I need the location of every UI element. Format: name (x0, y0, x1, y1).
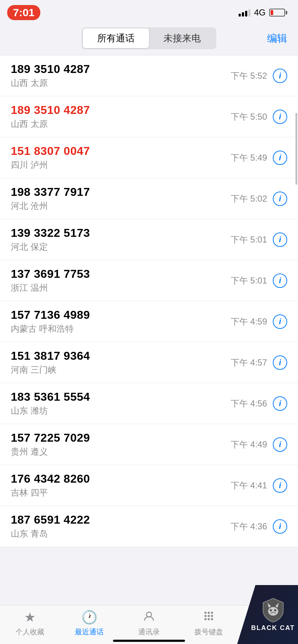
edit-button[interactable]: 编辑 (267, 32, 287, 45)
call-location-6: 内蒙古 呼和浩特 (11, 323, 231, 335)
call-item-9[interactable]: 157 7225 7029 贵州 遵义 下午 4:49 i (0, 424, 298, 465)
header: 所有通话 未接来电 编辑 (0, 24, 298, 55)
call-list: 189 3510 4287 山西 太原 下午 5:52 i 189 3510 4… (0, 55, 298, 547)
call-number-5: 137 3691 7753 (11, 267, 231, 281)
call-time-5: 下午 5:01 (231, 275, 267, 286)
call-item-7[interactable]: 151 3817 9364 河南 三门峡 下午 4:57 i (0, 342, 298, 383)
info-button-9[interactable]: i (273, 437, 287, 452)
call-location-5: 浙江 温州 (11, 282, 231, 294)
call-item-3[interactable]: 198 3377 7917 河北 沧州 下午 5:02 i (0, 178, 298, 219)
info-button-6[interactable]: i (273, 314, 287, 329)
svg-point-3 (211, 612, 213, 614)
svg-point-10 (262, 613, 267, 619)
tab-recents-label: 最近通话 (75, 627, 104, 637)
svg-point-4 (204, 615, 207, 617)
tab-all-calls[interactable]: 所有通话 (83, 28, 149, 48)
tab-favorites-label: 个人收藏 (15, 627, 44, 637)
call-item-8[interactable]: 183 5361 5554 山东 潍坊 下午 4:56 i (0, 383, 298, 424)
call-location-3: 河北 沧州 (11, 200, 231, 212)
call-time-7: 下午 4:57 (231, 357, 267, 368)
call-time-0: 下午 5:52 (231, 70, 267, 82)
status-right: 4G (239, 8, 287, 18)
info-button-2[interactable]: i (273, 151, 287, 165)
call-number-4: 139 3322 5173 (11, 226, 231, 240)
call-number-2: 151 8307 0047 (11, 144, 231, 158)
info-button-4[interactable]: i (273, 233, 287, 247)
info-button-5[interactable]: i (273, 273, 287, 288)
tab-voicemail-label: 语音留言 (254, 627, 283, 637)
info-button-8[interactable]: i (273, 396, 287, 411)
status-bar: 7:01 4G (0, 0, 298, 24)
svg-point-5 (208, 615, 210, 617)
call-location-1: 山西 太原 (11, 118, 231, 130)
info-button-11[interactable]: i (273, 519, 287, 534)
battery-icon (269, 9, 287, 17)
call-location-4: 河北 保定 (11, 241, 231, 253)
keypad-icon (203, 610, 215, 625)
signal-icon (239, 9, 250, 17)
status-time: 7:01 (7, 5, 40, 20)
call-location-10: 吉林 四平 (11, 487, 231, 498)
tab-contacts-label: 通讯录 (138, 627, 160, 637)
call-time-3: 下午 5:02 (231, 193, 267, 204)
call-time-10: 下午 4:41 (231, 480, 267, 491)
call-item-6[interactable]: 157 7136 4989 内蒙古 呼和浩特 下午 4:59 i (0, 301, 298, 342)
call-item-4[interactable]: 139 3322 5173 河北 保定 下午 5:01 i (0, 219, 298, 260)
info-button-3[interactable]: i (273, 192, 287, 206)
call-location-9: 贵州 遵义 (11, 446, 231, 457)
call-number-6: 157 7136 4989 (11, 308, 231, 322)
contact-icon (143, 610, 155, 625)
call-time-9: 下午 4:49 (231, 439, 267, 450)
call-number-8: 183 5361 5554 (11, 390, 231, 404)
svg-point-2 (208, 612, 210, 614)
call-location-11: 山东 青岛 (11, 528, 231, 539)
call-number-0: 189 3510 4287 (11, 63, 231, 76)
call-location-2: 四川 泸州 (11, 159, 231, 171)
call-time-11: 下午 4:36 (231, 521, 267, 532)
info-button-7[interactable]: i (273, 355, 287, 370)
svg-point-1 (204, 612, 207, 614)
call-time-1: 下午 5:50 (231, 111, 267, 123)
call-time-8: 下午 4:56 (231, 398, 267, 409)
tab-missed-calls[interactable]: 未接来电 (149, 28, 215, 48)
tab-group: 所有通话 未接来电 (82, 27, 216, 49)
call-time-2: 下午 5:49 (231, 152, 267, 164)
call-time-6: 下午 4:59 (231, 316, 267, 327)
svg-point-9 (211, 618, 213, 620)
tab-keypad[interactable]: 拨号键盘 (179, 610, 239, 637)
bottom-tabbar: ★ 个人收藏 🕐 最近通话 通讯录 拨号键盘 (0, 605, 298, 644)
info-button-1[interactable]: i (273, 110, 287, 124)
tab-contacts[interactable]: 通讯录 (119, 610, 179, 637)
svg-point-8 (208, 618, 210, 620)
call-number-7: 151 3817 9364 (11, 349, 231, 363)
call-location-8: 山东 潍坊 (11, 405, 231, 417)
scroll-indicator (295, 113, 297, 185)
call-number-11: 187 6591 4222 (11, 513, 231, 526)
call-location-0: 山西 太原 (11, 77, 231, 89)
call-item-2[interactable]: 151 8307 0047 四川 泸州 下午 5:49 i (0, 137, 298, 178)
tab-favorites[interactable]: ★ 个人收藏 (0, 610, 60, 637)
call-item-5[interactable]: 137 3691 7753 浙江 温州 下午 5:01 i (0, 260, 298, 301)
svg-point-6 (211, 615, 213, 617)
voicemail-icon (262, 610, 275, 625)
call-number-1: 189 3510 4287 (11, 104, 231, 117)
call-item-11[interactable]: 187 6591 4222 山东 青岛 下午 4:36 i (0, 506, 298, 547)
star-icon: ★ (24, 610, 36, 625)
call-number-9: 157 7225 7029 (11, 431, 231, 445)
info-button-0[interactable]: i (273, 69, 287, 83)
clock-icon: 🕐 (81, 610, 98, 625)
call-number-10: 176 4342 8260 (11, 472, 231, 486)
tab-voicemail[interactable]: 语音留言 (238, 610, 298, 637)
home-indicator (113, 640, 185, 642)
svg-point-11 (269, 613, 275, 619)
tab-recents[interactable]: 🕐 最近通话 (60, 610, 119, 637)
call-item-10[interactable]: 176 4342 8260 吉林 四平 下午 4:41 i (0, 465, 298, 506)
call-item-0[interactable]: 189 3510 4287 山西 太原 下午 5:52 i (0, 55, 298, 96)
info-button-10[interactable]: i (273, 478, 287, 493)
tab-keypad-label: 拨号键盘 (194, 627, 223, 637)
network-label: 4G (254, 8, 266, 18)
call-item-1[interactable]: 189 3510 4287 山西 太原 下午 5:50 i (0, 96, 298, 137)
call-number-3: 198 3377 7917 (11, 185, 231, 199)
call-location-7: 河南 三门峡 (11, 364, 231, 376)
svg-point-7 (204, 618, 207, 620)
